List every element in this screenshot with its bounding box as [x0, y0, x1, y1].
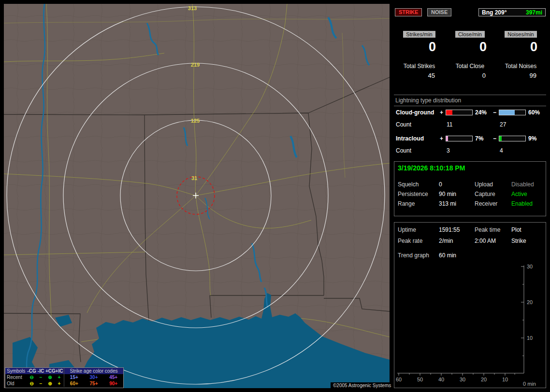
- peak-rate-value: 2/min: [439, 238, 453, 244]
- total-strikes-label: Total Strikes: [394, 63, 445, 70]
- current-datetime: 3/19/2026 8:10:18 PM: [398, 164, 465, 172]
- y-tick-30: 30: [527, 264, 533, 269]
- x-tick-40: 40: [438, 377, 444, 382]
- divider: [394, 95, 546, 95]
- cg-positive-gauge-fill: [446, 110, 452, 115]
- status-row-range: Range 313 mi Receiver Enabled: [394, 200, 546, 208]
- cg-negative-count: 27: [500, 121, 506, 128]
- bearing-display: Bng 209° 397mi: [478, 8, 546, 16]
- x-tick-10: 10: [502, 377, 508, 382]
- recent-pos-ic-icon: +: [55, 374, 64, 380]
- total-close-value: 0: [445, 72, 495, 79]
- plot-value: Strike: [511, 238, 526, 244]
- stats-row-uptime: Uptime 1591:55 Peak time Plot: [394, 226, 546, 234]
- peak-rate-label: Peak rate: [398, 238, 422, 244]
- total-strikes-value: 45: [394, 72, 445, 79]
- age-30: 30+: [84, 374, 104, 380]
- app-window: 313 219 125 31 Symbols -CG -IC +CG +IC S…: [0, 0, 550, 392]
- status-row-persistence: Persistence 90 min Capture Active: [394, 191, 546, 198]
- total-close-label: Total Close: [445, 63, 495, 70]
- stats-panel: Uptime 1591:55 Peak time Plot Peak rate …: [394, 222, 546, 388]
- bearing-value: Bng 209°: [482, 9, 507, 16]
- age-75: 75+: [84, 380, 104, 387]
- totals-labels-row: Total Strikes Total Close Total Noises: [394, 63, 546, 70]
- trend-graph-label: Trend graph: [398, 252, 429, 259]
- legend-recent-ages: 15+ 30+ 45+: [64, 374, 123, 380]
- ic-negative-gauge-fill: [499, 136, 502, 141]
- trend-graph-row: Trend graph 60 min: [394, 252, 546, 260]
- cg-positive-count: 11: [447, 121, 452, 128]
- x-tick-50: 50: [417, 377, 423, 382]
- x-tick-60: 60: [396, 377, 402, 382]
- intracloud-count-row: Count 3 4: [394, 147, 546, 155]
- legend-type-neg-cg: -CG: [27, 368, 36, 374]
- range-value: 313 mi: [439, 200, 456, 207]
- distribution-title: Lightning type distribution: [395, 97, 461, 104]
- map-canvas: 313 219 125 31: [4, 4, 390, 388]
- recent-pos-cg-icon: ⊕: [45, 374, 55, 380]
- legend-type-neg-ic: -IC: [36, 368, 45, 374]
- copyright-notice: ©2005 Astrogenic Systems: [331, 382, 393, 389]
- minus-sign: −: [493, 135, 496, 142]
- y-tick-20: 20: [527, 299, 533, 305]
- cg-negative-gauge: [499, 110, 526, 115]
- intracloud-row: Intracloud + 7% − 9%: [394, 135, 546, 143]
- cloud-ground-row: Cloud-ground + 24% − 60%: [394, 109, 546, 117]
- count-label: Count: [396, 121, 411, 128]
- ring-label-125: 125: [191, 118, 200, 124]
- x-tick-30: 30: [460, 377, 465, 382]
- uptime-value: 1591:55: [439, 226, 460, 233]
- ic-negative-gauge: [499, 136, 526, 141]
- lightning-map[interactable]: 313 219 125 31 Symbols -CG -IC +CG +IC S…: [4, 4, 390, 388]
- status-panel: 3/19/2026 8:10:18 PM Squelch 0 Upload Di…: [394, 161, 546, 216]
- plot-label: Plot: [511, 226, 521, 233]
- legend-symbols-header: Symbols: [5, 368, 27, 374]
- ring-label-313: 313: [188, 5, 197, 11]
- strikes-per-min-value: 0: [394, 40, 445, 55]
- strike-toggle-button[interactable]: STRIKE: [395, 8, 422, 16]
- legend-old-label: Old: [5, 380, 27, 387]
- total-noises-value: 99: [495, 72, 546, 79]
- ic-positive-percent: 7%: [475, 135, 483, 142]
- cg-negative-gauge-fill: [499, 110, 515, 115]
- close-per-min-value: 0: [445, 40, 495, 55]
- x-tick-20: 20: [481, 377, 487, 382]
- trend-graph-window: 60 min: [439, 252, 456, 259]
- ring-label-31: 31: [191, 175, 197, 181]
- ic-positive-gauge-fill: [446, 136, 448, 141]
- persistence-label: Persistence: [398, 191, 428, 197]
- age-45: 45+: [103, 374, 123, 380]
- ic-positive-count: 3: [447, 147, 450, 154]
- ic-negative-percent: 9%: [528, 135, 536, 142]
- strikes-per-min-label: Strikes/min: [403, 31, 435, 38]
- legend-age-header: Strike age color codes: [64, 368, 123, 374]
- age-15: 15+: [64, 374, 84, 380]
- ic-positive-gauge: [446, 136, 473, 141]
- symbol-legend: Symbols -CG -IC +CG +IC Strike age color…: [5, 367, 124, 388]
- old-neg-cg-icon: ⊖: [27, 380, 36, 387]
- y-tick-10: 10: [527, 335, 533, 341]
- recent-neg-ic-icon: −: [36, 374, 45, 380]
- rate-labels-row: Strikes/min Close/min Noises/min: [394, 31, 546, 38]
- ic-negative-count: 4: [500, 147, 503, 154]
- upload-label: Upload: [475, 181, 493, 188]
- trend-chart: 30 20 10 60 50 40 30 20 10 0 min: [394, 263, 546, 387]
- persistence-value: 90 min: [439, 191, 456, 197]
- recent-neg-cg-icon: ⊖: [27, 374, 36, 380]
- old-pos-cg-icon: ⊕: [45, 380, 55, 387]
- close-per-min-label: Close/min: [455, 31, 485, 38]
- receiver-status: Enabled: [511, 200, 533, 207]
- range-label: Range: [398, 200, 415, 207]
- ring-label-219: 219: [191, 62, 200, 68]
- noise-toggle-button[interactable]: NOISE: [427, 8, 451, 16]
- intracloud-label: Intracloud: [396, 135, 424, 142]
- noises-per-min-value: 0: [495, 40, 546, 55]
- cg-negative-percent: 60%: [528, 109, 540, 116]
- x-tick-0-min: 0 min: [523, 381, 536, 387]
- receiver-label: Receiver: [475, 200, 497, 207]
- status-row-squelch: Squelch 0 Upload Disabled: [394, 181, 546, 189]
- cloud-ground-count-row: Count 11 27: [394, 121, 546, 129]
- chart-tick-labels: 30 20 10 60 50 40 30 20 10 0 min: [396, 264, 536, 387]
- count-label: Count: [396, 147, 411, 154]
- plus-sign: +: [440, 135, 443, 142]
